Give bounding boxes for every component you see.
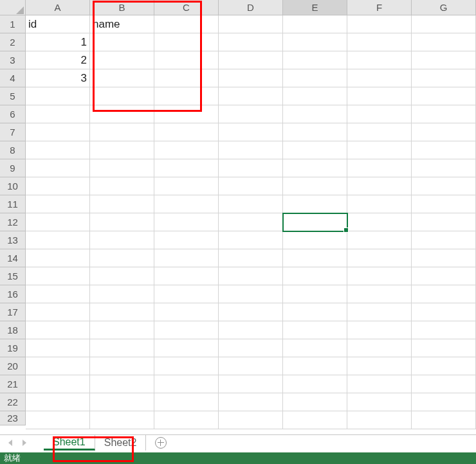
row-header-11[interactable]: 11 (0, 195, 26, 213)
cell-B3[interactable] (90, 51, 154, 69)
cell-A19[interactable] (26, 339, 90, 357)
cell-F16[interactable] (347, 285, 412, 303)
row-header-16[interactable]: 16 (0, 285, 26, 303)
sheet-tab-sheet1[interactable]: Sheet1 (44, 435, 95, 451)
cell-C13[interactable] (154, 231, 219, 249)
cell-G21[interactable] (412, 375, 476, 393)
cell-G1[interactable] (412, 15, 476, 33)
row-header-7[interactable]: 7 (0, 123, 26, 141)
cell-A20[interactable] (26, 357, 90, 375)
row-header-13[interactable]: 13 (0, 231, 26, 249)
cell-B22[interactable] (90, 393, 154, 411)
cell-G13[interactable] (412, 231, 476, 249)
cell-F13[interactable] (347, 231, 412, 249)
column-header-E[interactable]: E (283, 0, 347, 15)
cell-E5[interactable] (283, 87, 347, 105)
cell-D14[interactable] (219, 249, 283, 267)
cell-A13[interactable] (26, 231, 90, 249)
cell-C16[interactable] (154, 285, 219, 303)
cell-C4[interactable] (154, 69, 219, 87)
cell-A16[interactable] (26, 285, 90, 303)
spreadsheet-grid[interactable]: 1idname213243567891011121314151617181920… (0, 15, 476, 434)
cell-G8[interactable] (412, 141, 476, 159)
cell-A21[interactable] (26, 375, 90, 393)
row-header-17[interactable]: 17 (0, 303, 26, 321)
cell-F12[interactable] (347, 213, 412, 231)
cell-G4[interactable] (412, 69, 476, 87)
cell-E6[interactable] (283, 105, 347, 123)
row-header-12[interactable]: 12 (0, 213, 26, 231)
cell-G9[interactable] (412, 159, 476, 177)
cell-A4[interactable]: 3 (26, 69, 90, 87)
cell-B23[interactable] (90, 411, 154, 429)
cell-A18[interactable] (26, 321, 90, 339)
cell-E20[interactable] (283, 357, 347, 375)
new-sheet-button[interactable] (154, 436, 168, 450)
row-header-3[interactable]: 3 (0, 51, 26, 69)
cell-B20[interactable] (90, 357, 154, 375)
cell-A22[interactable] (26, 393, 90, 411)
cell-D4[interactable] (219, 69, 283, 87)
cell-G16[interactable] (412, 285, 476, 303)
select-all-triangle[interactable] (0, 0, 26, 15)
row-header-19[interactable]: 19 (0, 339, 26, 357)
cell-G5[interactable] (412, 87, 476, 105)
cell-C3[interactable] (154, 51, 219, 69)
cell-C7[interactable] (154, 123, 219, 141)
cell-B2[interactable] (90, 33, 154, 51)
cell-A1[interactable]: id (26, 15, 90, 33)
cell-G17[interactable] (412, 303, 476, 321)
cell-G15[interactable] (412, 267, 476, 285)
cell-D15[interactable] (219, 267, 283, 285)
cell-B7[interactable] (90, 123, 154, 141)
cell-E14[interactable] (283, 249, 347, 267)
cell-E8[interactable] (283, 141, 347, 159)
cell-D3[interactable] (219, 51, 283, 69)
cell-D7[interactable] (219, 123, 283, 141)
cell-G6[interactable] (412, 105, 476, 123)
cell-B15[interactable] (90, 267, 154, 285)
cell-B18[interactable] (90, 321, 154, 339)
cell-A9[interactable] (26, 159, 90, 177)
cell-G12[interactable] (412, 213, 476, 231)
cell-C6[interactable] (154, 105, 219, 123)
cell-D23[interactable] (219, 411, 283, 429)
cell-A6[interactable] (26, 105, 90, 123)
cell-G7[interactable] (412, 123, 476, 141)
cell-F20[interactable] (347, 357, 412, 375)
cell-F8[interactable] (347, 141, 412, 159)
cell-F7[interactable] (347, 123, 412, 141)
cell-G18[interactable] (412, 321, 476, 339)
cell-A11[interactable] (26, 195, 90, 213)
cell-B17[interactable] (90, 303, 154, 321)
cell-G20[interactable] (412, 357, 476, 375)
cell-B12[interactable] (90, 213, 154, 231)
cell-E16[interactable] (283, 285, 347, 303)
cell-F22[interactable] (347, 393, 412, 411)
cell-B14[interactable] (90, 249, 154, 267)
cell-F9[interactable] (347, 159, 412, 177)
cell-F6[interactable] (347, 105, 412, 123)
cell-E17[interactable] (283, 303, 347, 321)
cell-B5[interactable] (90, 87, 154, 105)
cell-G2[interactable] (412, 33, 476, 51)
cell-F10[interactable] (347, 177, 412, 195)
cell-C12[interactable] (154, 213, 219, 231)
cell-E13[interactable] (283, 231, 347, 249)
row-header-1[interactable]: 1 (0, 15, 26, 33)
cell-B8[interactable] (90, 141, 154, 159)
row-header-23[interactable]: 23 (0, 411, 26, 425)
cell-C14[interactable] (154, 249, 219, 267)
cell-E11[interactable] (283, 195, 347, 213)
cell-B11[interactable] (90, 195, 154, 213)
cell-D9[interactable] (219, 159, 283, 177)
row-header-9[interactable]: 9 (0, 159, 26, 177)
cell-E22[interactable] (283, 393, 347, 411)
cell-E15[interactable] (283, 267, 347, 285)
cell-A15[interactable] (26, 267, 90, 285)
cell-F2[interactable] (347, 33, 412, 51)
cell-A17[interactable] (26, 303, 90, 321)
cell-A12[interactable] (26, 213, 90, 231)
sheet-tab-sheet2[interactable]: Sheet2 (95, 435, 147, 451)
cell-C1[interactable] (154, 15, 219, 33)
